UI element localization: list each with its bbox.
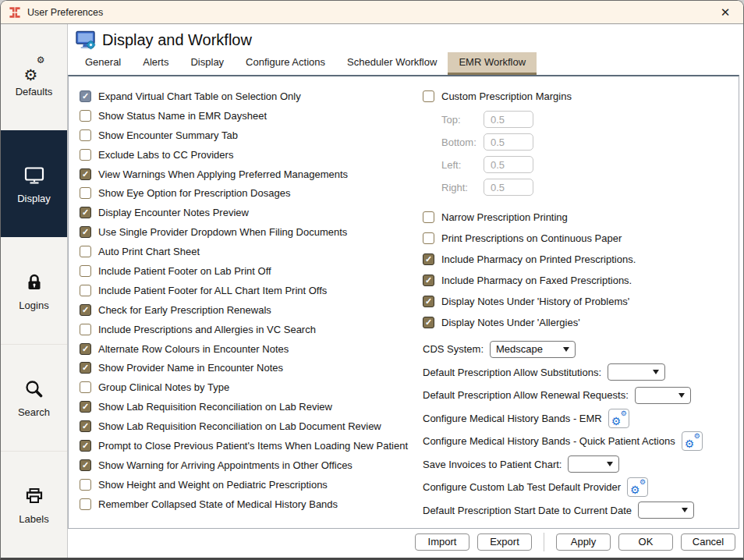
checkbox-label: Include Prescriptions and Allergies in V… [98, 324, 316, 335]
checkbox[interactable] [80, 324, 91, 335]
sidebar-item-logins[interactable]: Logins [1, 237, 67, 344]
sidebar-item-label: Search [18, 406, 50, 418]
checkbox[interactable] [80, 343, 91, 355]
import-button[interactable]: Import [415, 533, 469, 551]
tab-scheduler-workflow[interactable]: Scheduler Workflow [336, 52, 448, 75]
margin-top-field[interactable] [484, 111, 533, 128]
tab-display[interactable]: Display [179, 52, 235, 75]
sidebar-item-display[interactable]: Display [1, 130, 67, 237]
checkbox[interactable] [80, 90, 91, 102]
checkbox[interactable] [80, 381, 91, 393]
main-area: ⚙⚙ Defaults Display [1, 24, 743, 558]
save-invoices-label: Save Invoices to Patient Chart: [423, 459, 562, 470]
export-button[interactable]: Export [477, 533, 532, 551]
checkbox[interactable] [80, 207, 91, 218]
margin-left-field[interactable] [484, 156, 533, 173]
allow-substitutions-label: Default Prescription Allow Substitutions… [423, 367, 601, 378]
close-icon[interactable]: ✕ [717, 5, 734, 19]
configure-bands-qpa-button[interactable]: ⚙⚙ [682, 431, 703, 451]
checkbox[interactable] [80, 304, 91, 316]
save-invoices-select[interactable] [568, 455, 619, 473]
sidebar-item-search[interactable]: Search [1, 344, 67, 451]
option-row: Alternate Row Colours in Encounter Notes [80, 339, 416, 359]
gear-icon: ⚙ [630, 484, 640, 495]
custom-lab-provider-row: Configure Custom Lab Test Default Provid… [423, 476, 739, 499]
checkbox[interactable] [80, 149, 91, 161]
checkbox-label: Expand Virtual Chart Table on Selection … [98, 90, 301, 102]
checkbox-label: Prompt to Close Previous Patient's Items… [98, 440, 408, 452]
option-row: Include Patient Footer for ALL Chart Ite… [80, 281, 416, 300]
checkbox[interactable] [80, 479, 91, 491]
start-date-select[interactable] [638, 502, 694, 519]
window-title: User Preferences [27, 7, 710, 18]
titlebar: User Preferences ✕ [1, 1, 743, 24]
cancel-button[interactable]: Cancel [681, 533, 735, 551]
ok-button[interactable]: OK [618, 533, 673, 551]
option-row: Include Patient Footer on Lab Print Off [80, 261, 416, 281]
checkbox[interactable] [423, 317, 434, 328]
checkbox[interactable] [80, 362, 91, 374]
margin-right-field[interactable] [484, 179, 533, 196]
gear-icon: ⚙ [694, 433, 700, 440]
checkbox[interactable] [423, 296, 434, 307]
apply-button[interactable]: Apply [556, 533, 611, 551]
sidebar-item-defaults[interactable]: ⚙⚙ Defaults [1, 24, 67, 130]
option-row: Show Status Name in EMR Daysheet [80, 106, 416, 126]
checkbox[interactable] [80, 168, 91, 180]
checkbox[interactable] [80, 226, 91, 238]
option-row: Use Single Provider Dropdown When Filing… [80, 222, 416, 242]
option-row: Show Provider Name in Encounter Notes [80, 358, 416, 377]
option-row: Prompt to Close Previous Patient's Items… [80, 436, 416, 455]
magnifier-icon [24, 377, 44, 401]
checkbox-label: View Warnings When Applying Preferred Ma… [98, 168, 348, 180]
tab-configure-actions[interactable]: Configure Actions [235, 52, 336, 75]
display-workflow-icon [76, 30, 97, 50]
checkbox-label: Include Patient Footer on Lab Print Off [98, 265, 271, 277]
checkbox[interactable] [80, 459, 91, 471]
margin-bottom-field[interactable] [484, 133, 533, 151]
checkbox[interactable] [423, 275, 434, 286]
checkbox[interactable] [423, 232, 434, 244]
checkbox[interactable] [80, 129, 91, 141]
checkbox-label: Custom Prescription Margins [441, 90, 572, 102]
checkbox[interactable] [80, 187, 91, 199]
options-column-right: Custom Prescription Margins Top: Bottom: [416, 87, 739, 528]
checkbox[interactable] [80, 440, 91, 452]
checkbox-label: Show Lab Requisition Reconciliation on L… [98, 401, 332, 413]
checkbox[interactable] [80, 265, 91, 277]
printer-icon [25, 484, 44, 508]
checkbox[interactable] [80, 498, 91, 510]
checkbox-label: Narrow Prescription Printing [441, 211, 568, 223]
checkbox[interactable] [80, 246, 91, 257]
option-row: Display Encounter Notes Preview [80, 203, 416, 222]
option-row: Check for Early Prescription Renewals [80, 300, 416, 320]
configure-bands-emr-row: Configure Medical History Bands - EMR ⚙⚙ [423, 406, 739, 430]
tab-alerts[interactable]: Alerts [132, 52, 179, 75]
custom-lab-provider-button[interactable]: ⚙⚙ [627, 477, 648, 497]
checkbox[interactable] [80, 401, 91, 413]
sidebar-item-labels[interactable]: Labels [1, 451, 67, 558]
option-row: Include Pharmacy on Printed Prescription… [423, 249, 739, 270]
checkbox[interactable] [80, 420, 91, 432]
checkbox-label: Show Status Name in EMR Daysheet [98, 110, 267, 122]
allow-renewals-select[interactable] [635, 387, 691, 404]
allow-substitutions-select[interactable] [608, 363, 665, 381]
gear-icon: ⚙ [685, 438, 695, 449]
allow-renewals-label: Default Prescription Allow Renewal Reque… [423, 389, 629, 401]
gear-icon: ⚙ [621, 410, 627, 417]
cds-system-select[interactable]: Medscape [490, 341, 576, 358]
configure-bands-emr-button[interactable]: ⚙⚙ [608, 409, 629, 428]
checkbox[interactable] [80, 110, 91, 122]
checkbox[interactable] [80, 285, 91, 296]
configure-bands-qpa-row: Configure Medical History Bands - Quick … [423, 430, 739, 453]
tab-emr-workflow[interactable]: EMR Workflow [448, 52, 537, 75]
checkbox[interactable] [423, 211, 434, 223]
margin-row: Bottom: [441, 131, 739, 154]
option-row: Show Height and Weight on Pediatric Pres… [80, 475, 416, 494]
tab-general[interactable]: General [74, 52, 132, 75]
checkbox[interactable] [423, 90, 434, 102]
cds-system-row: CDS System: Medscape [423, 338, 739, 361]
checkbox-label: Display Notes Under 'Allergies' [441, 317, 580, 328]
checkbox-label: Use Single Provider Dropdown When Filing… [98, 226, 347, 238]
checkbox[interactable] [423, 253, 434, 265]
